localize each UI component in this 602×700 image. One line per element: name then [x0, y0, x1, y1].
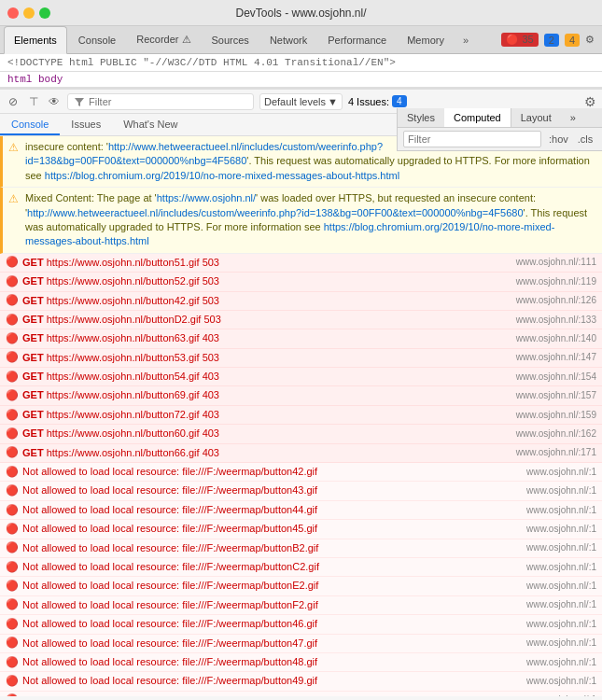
add-style-button[interactable]: + [598, 133, 602, 146]
error-icon-2: 🔴 [6, 294, 19, 308]
issues-badge[interactable]: 4 Issues: 4 [348, 95, 407, 107]
styles-filter-bar: :hov .cls + ⊞ [398, 128, 602, 150]
na-error-icon-4: 🔴 [6, 541, 19, 555]
not-allowed-error-7: 🔴 Not allowed to load local resource: fi… [0, 596, 602, 615]
get-error-8: 🔴 GET https://www.osjohn.nl/button72.gif… [0, 406, 602, 425]
top-icon[interactable]: ⊤ [26, 94, 41, 109]
not-allowed-error-9: 🔴 Not allowed to load local resource: fi… [0, 635, 602, 653]
na-error-icon-1: 🔴 [6, 483, 19, 497]
subtab-whatsnew[interactable]: What's New [112, 114, 189, 135]
info-badge: 2 [544, 34, 559, 47]
not-allowed-error-3: 🔴 Not allowed to load local resource: fi… [0, 520, 602, 539]
warning-icon-1: ⚠ [8, 140, 19, 156]
chromium-link-1[interactable]: https://blog.chromium.org/2019/10/no-mor… [45, 170, 399, 181]
error-icon-9: 🔴 [6, 427, 19, 441]
na-error-icon-7: 🔴 [6, 598, 19, 612]
get-error-4: 🔴 GET https://www.osjohn.nl/button63.gif… [0, 329, 602, 348]
na-error-icon-9: 🔴 [6, 637, 19, 651]
error-icon-0: 🔴 [6, 256, 19, 270]
get-error-6: 🔴 GET https://www.osjohn.nl/button54.gif… [0, 368, 602, 386]
warning-badge: 4 [565, 34, 580, 47]
tab-sources[interactable]: Sources [203, 26, 259, 53]
osjohn-link[interactable]: https://www.osjohn.nl/ [157, 192, 256, 203]
get-error-0: 🔴 GET https://www.osjohn.nl/button51.gif… [0, 254, 602, 273]
na-error-icon-10: 🔴 [6, 655, 19, 669]
get-error-5: 🔴 GET https://www.osjohn.nl/button53.gif… [0, 349, 602, 368]
styles-tabs: Styles Computed Layout » [398, 108, 602, 128]
hov-button[interactable]: :hov [545, 133, 572, 146]
console-filter-input[interactable] [89, 96, 247, 107]
warning-link-2[interactable]: http://www.hetweeractueel.nl/includes/cu… [27, 207, 523, 218]
error-icon-5: 🔴 [6, 351, 19, 365]
subtab-issues[interactable]: Issues [60, 114, 112, 135]
tab-console[interactable]: Console [69, 26, 125, 53]
styles-filter-buttons: :hov .cls + ⊞ [545, 133, 602, 146]
na-error-icon-12: 🔴 [6, 693, 19, 696]
not-allowed-error-10: 🔴 Not allowed to load local resource: fi… [0, 653, 602, 672]
get-error-10: 🔴 GET https://www.osjohn.nl/button66.gif… [0, 444, 602, 463]
error-badge: 🔴 35 [501, 33, 538, 47]
minimize-button[interactable] [23, 7, 35, 19]
not-allowed-error-12: 🔴 Not allowed to load local resource: fi… [0, 692, 602, 696]
tab-recorder[interactable]: Recorder ⚠ [127, 26, 200, 53]
filter-bar [67, 93, 254, 110]
not-allowed-container: 🔴 Not allowed to load local resource: fi… [0, 463, 602, 696]
not-allowed-error-5: 🔴 Not allowed to load local resource: fi… [0, 558, 602, 577]
get-error-1: 🔴 GET https://www.osjohn.nl/button52.gif… [0, 273, 602, 291]
na-error-icon-0: 🔴 [6, 465, 19, 479]
error-icon-7: 🔴 [6, 388, 19, 402]
styles-panel: Styles Computed Layout » :hov .cls + ⊞ [397, 108, 602, 151]
styles-tab-computed[interactable]: Computed [444, 108, 511, 127]
na-error-icon-2: 🔴 [6, 503, 19, 517]
styles-tab-styles[interactable]: Styles [398, 108, 444, 127]
doctype-line: <!DOCTYPE html PUBLIC "-//W3C//DTD HTML … [0, 54, 602, 72]
error-icon-4: 🔴 [6, 331, 19, 345]
tab-network[interactable]: Network [260, 26, 316, 53]
not-allowed-error-1: 🔴 Not allowed to load local resource: fi… [0, 482, 602, 500]
tabs-bar: Elements Console Recorder ⚠ Sources Netw… [0, 26, 602, 54]
tab-elements[interactable]: Elements [4, 26, 67, 54]
console-settings-icon[interactable]: ⚙ [584, 94, 596, 109]
error-icon-10: 🔴 [6, 446, 19, 460]
window-controls [7, 7, 50, 19]
tab-more[interactable]: » [455, 26, 476, 53]
error-icon-3: 🔴 [6, 313, 19, 327]
get-error-3: 🔴 GET https://www.osjohn.nl/buttonD2.gif… [0, 311, 602, 329]
styles-filter-input[interactable] [403, 131, 541, 147]
settings-icon[interactable]: ⚙ [585, 34, 595, 46]
get-error-2: 🔴 GET https://www.osjohn.nl/button42.gif… [0, 292, 602, 311]
title-bar: DevTools - www.osjohn.nl/ [0, 0, 602, 26]
warning-link-1[interactable]: http://www.hetweeractueel.nl/includes/cu… [25, 141, 383, 166]
error-icon-1: 🔴 [6, 274, 19, 288]
na-error-icon-11: 🔴 [6, 674, 19, 688]
log-level-select[interactable]: Default levels ▼ [259, 93, 343, 110]
warning-message-2: ⚠ Mixed Content: The page at 'https://ww… [0, 188, 602, 254]
not-allowed-error-0: 🔴 Not allowed to load local resource: fi… [0, 463, 602, 482]
na-error-icon-8: 🔴 [6, 617, 19, 631]
console-messages[interactable]: ⚠ insecure content: 'http://www.hetweera… [0, 136, 602, 696]
cls-button[interactable]: .cls [574, 133, 597, 146]
not-allowed-error-11: 🔴 Not allowed to load local resource: fi… [0, 672, 602, 691]
na-error-icon-5: 🔴 [6, 560, 19, 574]
get-error-9: 🔴 GET https://www.osjohn.nl/button60.gif… [0, 425, 602, 443]
not-allowed-error-8: 🔴 Not allowed to load local resource: fi… [0, 615, 602, 634]
clear-console-button[interactable]: ⊘ [6, 94, 21, 109]
styles-tab-more[interactable]: » [561, 108, 585, 127]
subtab-console[interactable]: Console [0, 114, 60, 135]
na-error-icon-6: 🔴 [6, 579, 19, 593]
error-icon-6: 🔴 [6, 370, 19, 384]
not-allowed-error-6: 🔴 Not allowed to load local resource: fi… [0, 577, 602, 595]
chromium-link-2[interactable]: https://blog.chromium.org/2019/10/no-mor… [25, 221, 554, 246]
na-error-icon-3: 🔴 [6, 522, 19, 536]
tabs-right-icons: 🔴 35 2 4 ⚙ [501, 26, 598, 53]
tab-performance[interactable]: Performance [318, 26, 396, 53]
styles-tab-layout[interactable]: Layout [511, 108, 561, 127]
not-allowed-error-2: 🔴 Not allowed to load local resource: fi… [0, 501, 602, 520]
eye-icon[interactable]: 👁 [47, 94, 62, 109]
html-tags-line: html body [0, 72, 602, 88]
maximize-button[interactable] [39, 7, 50, 19]
get-error-7: 🔴 GET https://www.osjohn.nl/button69.gif… [0, 386, 602, 405]
get-errors-container: 🔴 GET https://www.osjohn.nl/button51.gif… [0, 254, 602, 463]
tab-memory[interactable]: Memory [398, 26, 454, 53]
close-button[interactable] [7, 7, 19, 19]
